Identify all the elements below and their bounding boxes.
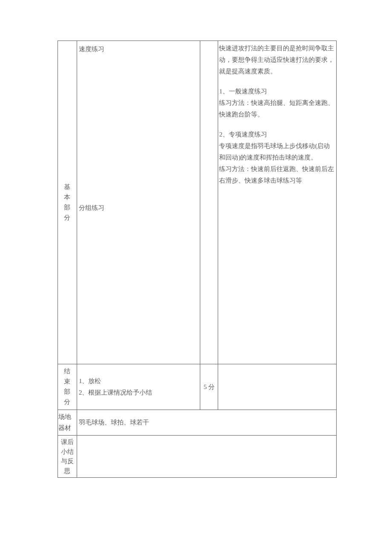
detail-1-body: 练习方法：快速高抬腿、短距离全速跑、快速跑台阶等。 <box>219 97 335 120</box>
label-basic-text: 基本部分 <box>64 182 70 223</box>
label-equip-text: 场地器材 <box>58 413 71 431</box>
label-basic: 基本部分 <box>58 41 77 364</box>
time-basic <box>200 41 218 364</box>
content-review <box>77 436 336 478</box>
row-equipment-section: 场地器材 羽毛球场、球拍、球若干 <box>58 410 337 436</box>
label-end-text: 结束部分 <box>64 366 70 407</box>
end-line1: 1、放松 <box>79 375 199 387</box>
detail-1-title: 1、一般速度练习 <box>219 86 335 97</box>
detail-2-body1: 专项速度是指羽毛球场上步伐移动(启动和回动)的速度和挥拍击球的速度。 <box>219 140 335 163</box>
spacer <box>79 55 199 202</box>
content-group-practice: 分组练习 <box>79 202 199 214</box>
main-table: 基本部分 速度练习 分组练习 快速进攻打法的主要目的是抢时间争取主动，要想争得主… <box>58 41 337 478</box>
content-speed-practice: 速度练习 <box>79 43 199 55</box>
content-equip: 羽毛球场、球拍、球若干 <box>77 410 336 436</box>
label-review-text: 课后小结与反思 <box>61 439 74 474</box>
detail-block-2: 2、专项速度练习 专项速度是指羽毛球场上步伐移动(启动和回动)的速度和挥拍击球的… <box>219 129 335 186</box>
row-end-section: 结束部分 1、放松 2、根据上课情况给予小结 5 分 <box>58 364 337 410</box>
content-basic: 速度练习 分组练习 <box>77 41 200 364</box>
detail-2-title: 2、专项速度练习 <box>219 129 335 140</box>
detail-block-1: 1、一般速度练习 练习方法：快速高抬腿、短距离全速跑、快速跑台阶等。 <box>219 86 335 120</box>
label-review: 课后小结与反思 <box>58 436 77 478</box>
detail-basic: 快速进攻打法的主要目的是抢时间争取主动，要想争得主动适应快速打法的要求，就是提高… <box>218 41 337 364</box>
content-end: 1、放松 2、根据上课情况给予小结 <box>77 364 200 410</box>
row-review-section: 课后小结与反思 <box>58 436 337 478</box>
detail-intro: 快速进攻打法的主要目的是抢时间争取主动，要想争得主动适应快速打法的要求，就是提高… <box>219 43 335 77</box>
detail-2-body2: 练习方法：快速前后往返跑、快速前后左右滑步、快速多球击球练习等 <box>219 163 335 186</box>
row-basic-section: 基本部分 速度练习 分组练习 快速进攻打法的主要目的是抢时间争取主动，要想争得主… <box>58 41 337 364</box>
label-end: 结束部分 <box>58 364 77 410</box>
end-line2: 2、根据上课情况给予小结 <box>79 387 199 398</box>
lesson-plan-table: 基本部分 速度练习 分组练习 快速进攻打法的主要目的是抢时间争取主动，要想争得主… <box>58 41 337 478</box>
detail-end <box>218 364 337 410</box>
time-end: 5 分 <box>200 364 218 410</box>
label-equip: 场地器材 <box>58 410 77 436</box>
